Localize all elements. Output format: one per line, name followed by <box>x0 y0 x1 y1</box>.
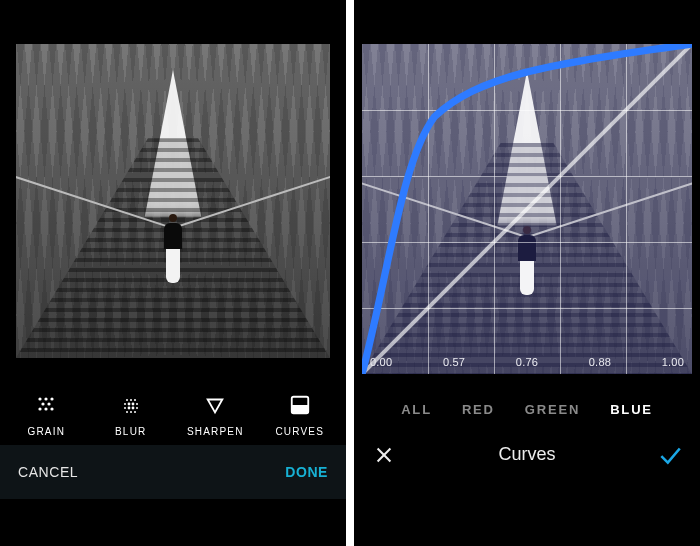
curves-preview-image[interactable]: 0.00 0.57 0.76 0.88 1.00 <box>362 44 692 374</box>
svg-point-20 <box>130 411 132 413</box>
grain-icon <box>33 392 59 418</box>
svg-point-5 <box>39 407 42 410</box>
svg-point-0 <box>39 397 42 400</box>
channel-red[interactable]: RED <box>462 402 495 417</box>
tool-label: CURVES <box>275 426 324 437</box>
svg-point-10 <box>134 399 136 401</box>
preview-image <box>16 44 330 358</box>
svg-point-1 <box>45 397 48 400</box>
svg-point-17 <box>131 407 134 410</box>
tool-row: GRAIN BLUR <box>0 358 346 445</box>
cancel-button[interactable]: CANCEL <box>18 464 78 480</box>
effects-panel: GRAIN BLUR <box>0 0 346 546</box>
svg-point-14 <box>136 403 138 405</box>
svg-point-4 <box>48 402 51 405</box>
tool-grain[interactable]: GRAIN <box>11 392 81 437</box>
svg-point-8 <box>126 399 128 401</box>
curves-panel: 0.00 0.57 0.76 0.88 1.00 ALL RED GREEN B… <box>354 0 700 546</box>
blur-icon <box>118 392 144 418</box>
apply-button[interactable] <box>656 441 684 469</box>
svg-point-2 <box>51 397 54 400</box>
curves-graph[interactable] <box>362 44 692 374</box>
svg-point-19 <box>126 411 128 413</box>
tool-label: BLUR <box>115 426 146 437</box>
close-button[interactable] <box>370 441 398 469</box>
channel-green[interactable]: GREEN <box>525 402 580 417</box>
svg-point-21 <box>134 411 136 413</box>
action-bar: CANCEL DONE <box>0 445 346 499</box>
tool-label: GRAIN <box>27 426 65 437</box>
tool-curves[interactable]: CURVES <box>265 392 335 437</box>
channel-row: ALL RED GREEN BLUE <box>354 374 700 427</box>
svg-point-15 <box>124 407 126 409</box>
curves-title: Curves <box>498 444 555 465</box>
tool-label: SHARPEN <box>187 426 244 437</box>
svg-point-12 <box>127 403 130 406</box>
done-button[interactable]: DONE <box>285 464 328 480</box>
svg-point-7 <box>51 407 54 410</box>
svg-point-3 <box>42 402 45 405</box>
svg-point-13 <box>131 403 134 406</box>
tool-blur[interactable]: BLUR <box>96 392 166 437</box>
svg-point-16 <box>127 407 130 410</box>
svg-point-11 <box>124 403 126 405</box>
svg-line-24 <box>362 44 692 374</box>
svg-point-9 <box>130 399 132 401</box>
channel-blue[interactable]: BLUE <box>610 402 653 417</box>
svg-rect-23 <box>292 405 309 413</box>
svg-point-6 <box>45 407 48 410</box>
sharpen-icon <box>202 392 228 418</box>
curves-icon <box>287 392 313 418</box>
channel-all[interactable]: ALL <box>401 402 432 417</box>
curves-title-bar: Curves <box>354 427 700 481</box>
svg-point-18 <box>136 407 138 409</box>
tool-sharpen[interactable]: SHARPEN <box>180 392 250 437</box>
